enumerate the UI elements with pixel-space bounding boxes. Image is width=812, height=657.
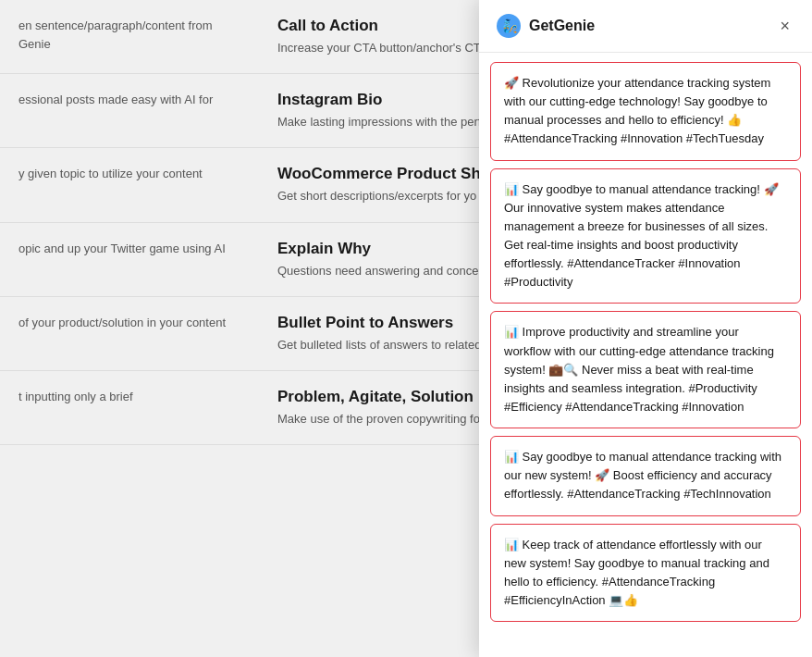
result-text: 🚀 Revolutionize your attendance tracking… [504, 74, 787, 149]
left-desc: of your product/solution in your content [0, 296, 259, 370]
panel-header: 🧞 GetGenie × [479, 0, 812, 53]
result-card: 🚀 Revolutionize your attendance tracking… [490, 62, 801, 161]
getgenie-logo-icon: 🧞 [496, 13, 522, 39]
result-card: 📊 Say goodbye to manual attendance track… [490, 436, 801, 515]
results-container[interactable]: 🚀 Revolutionize your attendance tracking… [479, 53, 812, 657]
result-card: 📊 Improve productivity and streamline yo… [490, 311, 801, 428]
panel-header-left: 🧞 GetGenie [496, 13, 595, 39]
result-card: 📊 Keep track of attendance effortlessly … [490, 524, 801, 623]
result-text: 📊 Say goodbye to manual attendance track… [504, 448, 787, 503]
left-desc: y given topic to utilize your content [0, 148, 259, 222]
result-text: 📊 Improve productivity and streamline yo… [504, 323, 787, 416]
result-card: 📊 Say goodbye to manual attendance track… [490, 168, 801, 304]
result-text: 📊 Say goodbye to manual attendance track… [504, 180, 787, 292]
left-desc: t inputting only a brief [0, 370, 259, 444]
left-desc: opic and up your Twitter game using AI [0, 222, 259, 296]
left-desc: en sentence/paragraph/content from Genie [0, 0, 259, 74]
results-panel: 🧞 GetGenie × 🚀 Revolutionize your attend… [479, 0, 812, 657]
svg-text:🧞: 🧞 [502, 19, 519, 34]
panel-title: GetGenie [529, 18, 595, 34]
close-button[interactable]: × [774, 15, 795, 38]
left-desc: essional posts made easy with AI for [0, 74, 259, 148]
result-text: 📊 Keep track of attendance effortlessly … [504, 536, 787, 611]
